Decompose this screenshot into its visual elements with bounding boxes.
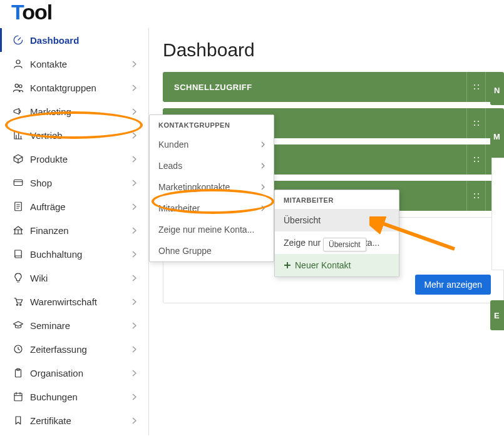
svg-point-19 <box>474 157 475 158</box>
right-fragment-card <box>491 158 504 270</box>
chevron-right-icon <box>132 108 141 115</box>
flyout2-item-uebersicht[interactable]: Übersicht <box>275 209 399 231</box>
sidebar-item-label: Kontaktgruppen <box>30 83 132 93</box>
sidebar-item-label: Seminare <box>30 320 132 331</box>
sidebar-item-warenwirtschaft[interactable]: Warenwirtschaft <box>0 290 148 313</box>
sidebar-item-buchhaltung[interactable]: Buchhaltung <box>0 242 148 266</box>
sidebar-item-buchungen[interactable]: Buchungen <box>0 385 148 408</box>
sidebar-item-label: Warenwirtschaft <box>30 297 132 307</box>
sidebar-item-zertifikate[interactable]: Zertifikate <box>0 408 148 432</box>
cap-icon <box>13 320 24 331</box>
svg-point-2 <box>19 85 23 88</box>
sidebar-item-label: Vertrieb <box>30 130 132 141</box>
sidebar-item-label: Produkte <box>30 154 132 165</box>
svg-point-15 <box>474 121 475 122</box>
drag-handle-icon[interactable] <box>466 144 485 175</box>
sidebar-item-dashboard[interactable]: Dashboard <box>0 28 148 52</box>
sidebar-item-label: Zeiterfassung <box>30 344 132 355</box>
gauge-icon <box>13 34 24 46</box>
chevron-right-icon <box>132 132 141 139</box>
flyout-item[interactable]: Marketingkontakte <box>150 176 274 198</box>
svg-point-11 <box>474 84 475 86</box>
sidebar-item-kontakte[interactable]: Kontakte <box>0 52 148 76</box>
flyout-item-label: Marketingkontakte <box>158 182 230 192</box>
flyout-item-label: Mitarbeiter <box>158 203 200 213</box>
flyout-item-label: Leads <box>158 161 182 171</box>
sidebar-item-label: Shop <box>30 178 132 188</box>
flyout-item[interactable]: Kunden <box>150 134 274 155</box>
svg-point-24 <box>478 193 479 195</box>
chevron-right-icon <box>132 298 141 305</box>
sidebar-item-label: Buchhaltung <box>30 249 132 260</box>
more-button[interactable]: Mehr anzeigen <box>415 275 491 295</box>
sidebar-item-label: Dashboard <box>30 35 141 46</box>
chevron-right-icon <box>261 163 265 169</box>
drag-handle-icon[interactable] <box>466 72 485 102</box>
svg-point-25 <box>474 197 475 198</box>
svg-rect-3 <box>14 180 23 186</box>
card-icon <box>13 177 24 188</box>
chevron-right-icon <box>261 184 265 190</box>
flyout2-title: MITARBEITER <box>275 190 399 209</box>
flyout-item[interactable]: Mitarbeiter <box>150 198 274 219</box>
svg-point-5 <box>16 304 18 305</box>
flyout-item[interactable]: Ohne Gruppe <box>150 240 274 261</box>
panel-schnellzugriff[interactable]: SCHNELLZUGRIFF <box>163 72 504 102</box>
svg-point-18 <box>478 124 479 126</box>
sidebar-item-aufträge[interactable]: Aufträge <box>0 195 148 218</box>
sidebar-item-kontaktgruppen[interactable]: Kontaktgruppen <box>0 76 148 99</box>
drag-handle-icon[interactable] <box>466 181 485 211</box>
chevron-right-icon <box>132 61 141 68</box>
tooltip-uebersicht: Übersicht <box>323 238 366 251</box>
right-fragment-n: N <box>490 75 504 105</box>
svg-point-16 <box>478 121 479 122</box>
flyout-item[interactable]: Zeige nur meine Konta... <box>150 219 274 240</box>
sidebar-item-organisation[interactable]: Organisation <box>0 361 148 385</box>
clock-icon <box>13 343 24 355</box>
chevron-right-icon <box>261 141 265 148</box>
svg-rect-10 <box>14 393 22 401</box>
sidebar-item-seminare[interactable]: Seminare <box>0 313 148 337</box>
file-icon <box>13 201 24 212</box>
sidebar-item-vertrieb[interactable]: Vertrieb <box>0 123 148 147</box>
sidebar-item-label: Buchungen <box>30 392 132 402</box>
sidebar-item-label: Wiki <box>30 273 132 283</box>
sidebar-item-marketing[interactable]: Marketing <box>0 99 148 123</box>
chevron-right-icon <box>132 275 141 281</box>
sidebar-item-finanzen[interactable]: Finanzen <box>0 218 148 242</box>
chevron-right-icon <box>132 370 141 377</box>
drag-handle-icon[interactable] <box>466 108 485 138</box>
chevron-right-icon <box>132 203 141 210</box>
chart-icon <box>13 129 24 141</box>
plus-icon <box>284 261 291 269</box>
chevron-right-icon <box>132 227 141 234</box>
users-icon <box>13 82 24 93</box>
panel-label: SCHNELLZUGRIFF <box>174 83 252 92</box>
chevron-right-icon <box>132 417 141 424</box>
page-title: Dashboard <box>163 39 504 61</box>
flyout-item-label: Kunden <box>158 139 188 150</box>
chevron-right-icon <box>132 393 141 400</box>
flyout2-item-new-contact[interactable]: Neuer Kontakt <box>275 254 399 276</box>
sidebar-item-label: Organisation <box>30 368 132 378</box>
clipboard-icon <box>13 367 24 378</box>
cart-icon <box>13 296 24 307</box>
sidebar-item-wiki[interactable]: Wiki <box>0 266 148 290</box>
right-fragment-e: E <box>490 300 504 330</box>
chevron-right-icon <box>132 322 141 329</box>
user-icon <box>13 58 24 69</box>
sidebar: DashboardKontakteKontaktgruppenMarketing… <box>0 28 149 435</box>
bank-icon <box>13 225 24 236</box>
sidebar-item-produkte[interactable]: Produkte <box>0 147 148 171</box>
calendar-icon <box>13 391 24 402</box>
svg-point-20 <box>478 157 479 158</box>
svg-point-0 <box>16 60 20 64</box>
flyout-item[interactable]: Leads <box>150 155 274 176</box>
chevron-right-icon <box>132 84 141 91</box>
sidebar-item-label: Kontakte <box>30 59 132 69</box>
chevron-right-icon <box>132 346 141 353</box>
sidebar-item-shop[interactable]: Shop <box>0 171 148 195</box>
svg-point-17 <box>474 124 475 126</box>
bookmark-icon <box>13 415 24 426</box>
sidebar-item-zeiterfassung[interactable]: Zeiterfassung <box>0 337 148 361</box>
